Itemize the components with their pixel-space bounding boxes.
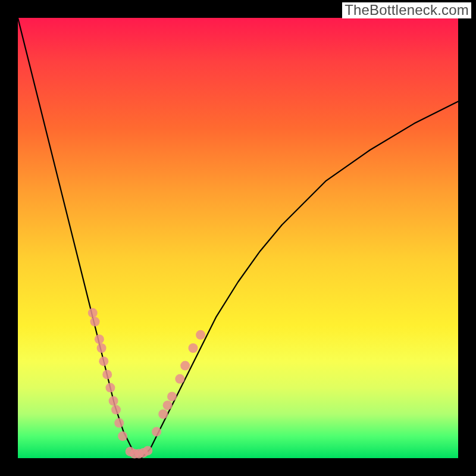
marker-dot bbox=[88, 308, 98, 318]
marker-dot bbox=[163, 400, 173, 410]
marker-dot bbox=[97, 343, 107, 353]
chart-frame: TheBottleneck.com bbox=[0, 0, 476, 476]
marker-dot bbox=[95, 334, 104, 344]
marker-dot bbox=[196, 330, 205, 340]
marker-dot bbox=[152, 427, 161, 437]
marker-dots bbox=[88, 308, 205, 459]
marker-dot bbox=[105, 383, 115, 393]
watermark-text: TheBottleneck.com bbox=[342, 2, 471, 18]
bottleneck-curve-path bbox=[18, 18, 458, 458]
marker-dot bbox=[175, 374, 184, 384]
marker-dot bbox=[143, 446, 152, 455]
marker-dot bbox=[102, 369, 112, 379]
marker-dot bbox=[111, 405, 121, 415]
marker-dot bbox=[114, 418, 124, 428]
curve-layer bbox=[18, 18, 458, 458]
bottleneck-curve bbox=[18, 18, 458, 458]
marker-dot bbox=[90, 317, 100, 327]
marker-dot bbox=[180, 361, 190, 371]
marker-dot bbox=[109, 396, 118, 406]
marker-dot bbox=[99, 356, 108, 366]
marker-dot bbox=[118, 431, 127, 441]
plot-area bbox=[18, 18, 458, 458]
marker-dot bbox=[158, 409, 168, 419]
marker-dot bbox=[189, 343, 198, 353]
marker-dot bbox=[167, 392, 177, 401]
